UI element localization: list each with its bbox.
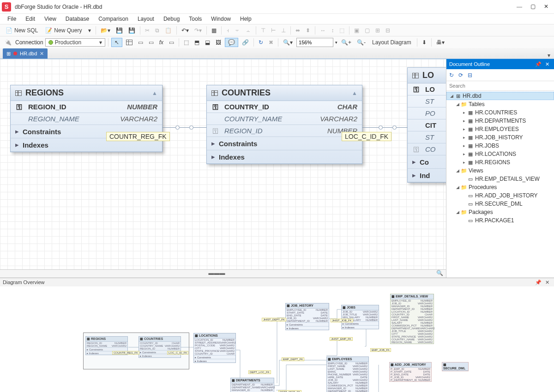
distribute-v-icon[interactable]: ⬍ [304,26,312,35]
connection-dropdown[interactable]: Production ▾ [45,38,105,47]
align-middle-icon[interactable]: ⊢ [269,26,277,35]
image-tool-button[interactable]: 🖼 [214,38,223,47]
zoom-canvas-button[interactable]: 🔍 [434,270,446,278]
tree-node[interactable]: ▸▦HR.REGIONS [446,158,554,166]
tree-node[interactable]: ▭HR.ADD_JOB_HISTORY [446,191,554,200]
relation-label-countr-reg[interactable]: COUNTR_REG_FK [106,132,170,141]
entity-locations[interactable]: LO LO ST PO CIT ST CO ▸Co ▸Ind [407,67,446,183]
close-button[interactable]: ✕ [544,3,548,10]
mini-entity[interactable]: ▦ SECURE_DML [442,362,469,371]
tree-node[interactable]: ◢📁Packages [446,208,554,216]
collapse-icon[interactable]: ▲ [352,90,357,96]
outline-collapse-button[interactable]: ⊟ [468,72,472,78]
align-left-icon[interactable]: ⫞ [224,26,231,35]
tree-node[interactable]: ▸▦HR.JOB_HISTORY [446,133,554,142]
scrollbar-h[interactable]: ▬▬▬ [0,270,434,278]
tree-node[interactable]: ◢📁Views [446,166,554,175]
copy-button[interactable]: ⧉ [153,26,161,35]
menu-view[interactable]: View [41,15,60,23]
diagram-canvas[interactable]: REGIONS▲ REGION_IDNUMBER REGION_NAMEVARC… [0,59,446,278]
menu-window[interactable]: Window [207,15,235,23]
tree-node[interactable]: ▸▦HR.DEPARTMENTS [446,117,554,125]
outline-refresh-button[interactable]: ↻ [449,72,454,78]
cut-button[interactable]: ✂ [143,26,151,35]
tree-node[interactable]: ◢⊞HR.dbd [446,92,554,100]
group-icon[interactable]: ⊞ [373,26,382,35]
same-height-icon[interactable]: ↕ [329,26,336,35]
fx-tool-button[interactable]: fx [157,38,165,47]
stamp-tool-button[interactable]: ⬓ [203,38,212,47]
align-bottom-icon[interactable]: ⊥ [279,26,288,35]
new-sql-button[interactable]: 📄 New SQL [3,26,41,35]
minimize-button[interactable]: — [517,3,522,10]
mini-entity[interactable]: ▦ LOCATIONSLOCATION_IDNUMBERSTREET_ADDRE… [193,333,236,363]
note-tool-button[interactable]: ⬒ [193,38,201,47]
bring-front-icon[interactable]: ▣ [352,26,361,35]
tab-close-button[interactable]: ✕ [40,51,44,57]
mini-entity[interactable]: ▦ JOB_HISTORYEMPLOYEE_IDNUMBERSTART_DATE… [285,303,329,330]
tree-node[interactable]: ▸▦HR.JOBS [446,142,554,150]
tabs-overflow-button[interactable]: ▾ [544,52,554,59]
open-button[interactable]: 📂▾ [99,26,112,35]
relation-tool-button[interactable]: ▭ [147,38,156,47]
save-all-button[interactable]: 💾 [126,26,137,35]
connection-icon[interactable]: 🔌 [3,38,13,47]
menu-comparison[interactable]: Comparison [95,15,132,23]
undo-button[interactable]: ↶▾ [180,26,191,35]
tab-hr-dbd[interactable]: ⊞ HR.dbd ✕ [3,48,48,59]
tree-node[interactable]: ▸▦HR.EMPLOYEES [446,125,554,133]
package-tool-button[interactable]: ▭ [167,38,176,47]
tree-node[interactable]: ▭HR.PACKAGE1 [446,216,554,225]
section-indexes[interactable]: ▸Indexes [207,150,362,164]
menu-layout[interactable]: Layout [134,15,158,23]
same-width-icon[interactable]: ↔ [318,26,327,35]
mini-entity[interactable]: ▦ ADD_JOB_HISTORYP_EMP_IDNUMBERP_START_D… [389,362,432,382]
relation-label-loc-c-id[interactable]: LOC_C_ID_FK [342,132,391,141]
tree-node[interactable]: ▸▦HR.LOCATIONS [446,150,554,158]
paste-button[interactable]: 📋 [163,26,174,35]
distribute-h-icon[interactable]: ⬌ [294,26,302,35]
menu-debug[interactable]: Debug [160,15,183,23]
container-tool-button[interactable]: ⬚ [182,38,191,47]
new-dropdown-button[interactable]: ▾ [86,26,93,35]
overview-pin-button[interactable]: 📌 [533,279,543,285]
layout-diagram-button[interactable]: Layout Diagram [369,38,414,47]
print-button[interactable]: 🖶▾ [434,38,446,47]
maximize-button[interactable]: ▢ [530,3,536,10]
grid-icon[interactable]: ▦ [210,26,218,35]
zoom-out-button[interactable]: 🔍- [355,38,367,47]
zoom-input[interactable] [296,38,333,47]
mini-entity[interactable]: ▦ EMP_DETAILS_VIEWEMPLOYEE_IDNUMBERJOB_I… [390,294,434,344]
save-button[interactable]: 💾 [114,26,125,35]
overview-viewport[interactable] [83,333,189,369]
section-constraints[interactable]: ▸Constraints [207,137,362,150]
export-button[interactable]: ⬇ [420,38,428,47]
mini-entity[interactable]: ▦ JOBSJOB_IDVARCHAR2JOB_TITLEVARCHAR2MIN… [341,305,379,329]
comment-tool-button[interactable]: 💬 [225,38,238,47]
same-size-icon[interactable]: ⬚ [337,26,346,35]
table-tool-button[interactable] [124,39,134,46]
zoom-in-button[interactable]: 🔍+ [339,38,353,47]
entity-countries[interactable]: COUNTRIES▲ COUNTRY_IDCHAR COUNTRY_NAMEVA… [206,85,362,164]
pointer-tool-button[interactable]: ↖ [111,38,122,47]
refresh-button[interactable]: ↻ [257,38,265,47]
tree-node[interactable]: ◢📁Tables [446,100,554,108]
redo-button[interactable]: ↷▾ [193,26,204,35]
menu-file[interactable]: File [4,15,20,23]
collapse-icon[interactable]: ▲ [152,90,157,96]
outline-pin-button[interactable]: 📌 [533,61,543,67]
outline-search-input[interactable] [446,81,554,91]
new-query-button[interactable]: 📝 New Query [42,26,84,35]
entity-regions[interactable]: REGIONS▲ REGION_IDNUMBER REGION_NAMEVARC… [10,85,163,152]
mini-entity[interactable]: ▦ EMPLOYEESEMPLOYEE_IDNUMBERFIRST_NAMEVA… [326,356,369,392]
overview-close-button[interactable]: ✕ [543,279,551,285]
outline-sync-button[interactable]: ⟳ [458,72,463,78]
menu-database[interactable]: Database [62,15,93,23]
menu-tools[interactable]: Tools [185,15,205,23]
tree-node[interactable]: ◢📁Procedures [446,183,554,191]
link-tool-button[interactable]: 🔗 [240,38,251,47]
zoom-tool-button[interactable]: 🔍▾ [281,38,295,47]
mini-entity[interactable]: ▦ DEPARTMENTSDEPARTMENT_IDNUMBERDEPARTME… [230,378,274,392]
tree-node[interactable]: ▭HR.EMP_DETAILS_VIEW [446,175,554,183]
outline-close-button[interactable]: ✕ [543,61,551,67]
